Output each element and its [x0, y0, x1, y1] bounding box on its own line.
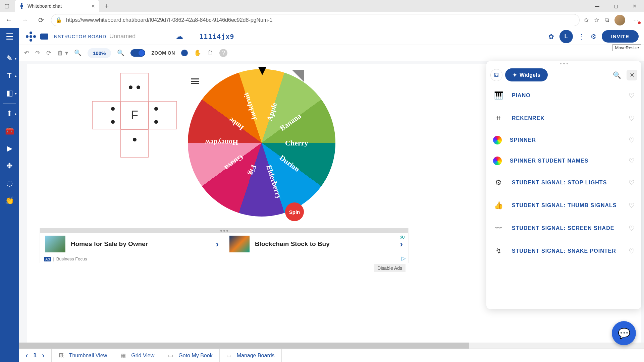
chat-fab-icon[interactable]: 💬 — [612, 321, 636, 345]
board-name[interactable]: Unnamed — [109, 33, 136, 40]
spinner-slice-label: Honeydew — [205, 138, 238, 147]
widget-item[interactable]: ↯STUDENT SIGNAL: SNAKE POINTER♡ — [486, 240, 641, 262]
dice-widget[interactable]: F — [92, 73, 177, 158]
panel-toggle-icon[interactable]: ▢ — [0, 0, 13, 12]
widget-item[interactable]: 👍STUDENT SIGNAL: THUMB SIGNALS♡ — [486, 194, 641, 217]
upload-icon[interactable]: ⬆ — [1, 106, 17, 122]
spinner-wheel[interactable]: AppleBananaCherryDurianElderberryFigGuav… — [188, 69, 335, 217]
browser-tab[interactable]: Whiteboard.chat ✕ — [15, 0, 99, 12]
undo-icon[interactable]: ↶ — [24, 49, 29, 57]
toolbox-icon[interactable]: 🧰 — [1, 123, 17, 139]
favorites-icon[interactable]: ☆ — [594, 16, 599, 24]
url-input[interactable]: 🔒 https://www.whiteboard.chat/board/f042… — [51, 14, 580, 26]
move-resize-button[interactable]: MoveResize — [612, 44, 641, 51]
disable-ads-button[interactable]: Disable Ads — [374, 264, 406, 272]
zoom-toggle[interactable] — [130, 49, 145, 57]
goto-book-button[interactable]: ▭Goto My Book — [161, 349, 219, 362]
prev-page-icon[interactable]: ‹ — [25, 351, 28, 360]
zoom-percent[interactable]: 100% — [88, 48, 111, 58]
trash-icon[interactable]: 🗑 ▾ — [57, 49, 68, 57]
invite-button[interactable]: INVITE — [602, 30, 639, 43]
address-bar: ← → ⟳ 🔒 https://www.whiteboard.chat/boar… — [0, 12, 644, 28]
ad-play-icon[interactable]: ▷ — [401, 255, 406, 261]
spinner-widget[interactable]: AppleBananaCherryDurianElderberryFigGuav… — [188, 69, 335, 217]
reload-button[interactable]: ⟳ — [35, 14, 47, 26]
color-picker-icon[interactable] — [181, 50, 188, 56]
boards-icon: ▭ — [226, 352, 231, 359]
play-icon[interactable]: ▶ — [1, 140, 17, 157]
manage-boards-button[interactable]: ▭Manage Boards — [220, 349, 282, 362]
zoom-out-icon[interactable]: 🔍 — [74, 49, 82, 57]
maximize-icon[interactable]: ▢ — [606, 0, 625, 12]
spinner-slice-label: Guava — [223, 153, 245, 172]
user-avatar[interactable]: L — [559, 30, 573, 43]
refresh-icon[interactable]: ⟳ — [46, 49, 51, 57]
widget-label: STUDENT SIGNAL: SCREEN SHADE — [512, 225, 614, 231]
new-tab-button[interactable]: ＋ — [103, 1, 110, 10]
favorite-icon[interactable]: ♡ — [629, 224, 635, 232]
widget-item[interactable]: SPINNER STUDENT NAMES♡ — [486, 150, 641, 171]
gear-icon[interactable]: ⚙ — [590, 33, 596, 41]
ad-title: Blockchain Stock to Buy — [255, 240, 330, 248]
chevron-right-icon: › — [216, 239, 219, 249]
help-icon[interactable]: ? — [219, 49, 227, 57]
back-button[interactable]: ← — [3, 14, 15, 26]
gadgets-tab-icon[interactable]: ⚃ — [490, 69, 502, 81]
spin-button[interactable]: Spin — [285, 202, 304, 221]
ad-card-1[interactable]: Homes for Sale by Owner › — [40, 233, 224, 255]
main-menu-icon[interactable]: ☰ — [0, 28, 19, 45]
favorite-icon[interactable]: ♡ — [629, 157, 635, 165]
favorite-icon[interactable]: ♡ — [629, 114, 635, 122]
widgets-panel: ⚃ ✦ Widgets 🔍 ✕ 🎹PIANO♡⌗REKENREK♡SPINNER… — [486, 61, 641, 309]
widget-item[interactable]: 🎹PIANO♡ — [486, 84, 641, 107]
minimize-icon[interactable]: — — [588, 0, 606, 12]
close-window-icon[interactable]: ✕ — [625, 0, 644, 12]
favorite-icon[interactable]: ♡ — [629, 179, 635, 187]
browser-menu-icon[interactable]: ⋯ — [631, 15, 641, 25]
redo-icon[interactable]: ↷ — [35, 49, 40, 57]
pen-tool-icon[interactable]: ✎ — [1, 50, 17, 66]
collections-icon[interactable]: ⧉ — [605, 16, 609, 23]
move-icon[interactable]: ✥ — [1, 158, 17, 174]
favorite-icon[interactable]: ♡ — [629, 247, 635, 255]
kebab-menu-icon[interactable]: ⋮ — [578, 33, 585, 41]
horizontal-scrollbar[interactable] — [19, 343, 644, 349]
whiteboard-icon[interactable] — [40, 34, 48, 40]
widget-item[interactable]: 〰STUDENT SIGNAL: SCREEN SHADE♡ — [486, 217, 641, 240]
lasso-icon[interactable]: ◌ — [1, 175, 17, 191]
clap-icon[interactable]: 👏 — [1, 193, 17, 209]
abacus-icon: ⌗ — [493, 113, 504, 124]
bottom-bar: ‹ 1 › 🖼Thumbnail View ▦Grid View ▭Goto M… — [19, 349, 644, 362]
panel-drag-handle-icon[interactable] — [486, 61, 641, 66]
tab-close-icon[interactable]: ✕ — [91, 3, 95, 9]
grid-view-button[interactable]: ▦Grid View — [114, 349, 161, 362]
search-icon[interactable]: 🔍 — [613, 71, 621, 79]
pan-hand-icon[interactable]: ✋ — [194, 49, 201, 57]
timer-icon[interactable]: ⏱ — [207, 50, 213, 57]
profile-avatar[interactable] — [614, 15, 625, 25]
favorite-icon[interactable]: ♡ — [629, 136, 635, 144]
favorite-icon[interactable]: ♡ — [629, 201, 635, 209]
flower-icon[interactable]: ✿ — [548, 33, 554, 41]
widget-item[interactable]: SPINNER♡ — [486, 130, 641, 150]
star-plus-icon[interactable]: ✩ — [584, 16, 589, 24]
drag-handle-icon[interactable] — [40, 228, 408, 233]
widget-label: STUDENT SIGNAL: SNAKE POINTER — [512, 248, 616, 254]
app-logo-icon[interactable] — [24, 30, 38, 43]
cloud-save-icon[interactable]: ☁ — [176, 32, 183, 41]
ad-card-2[interactable]: Blockchain Stock to Buy › — [224, 233, 408, 255]
text-tool-icon[interactable]: T — [1, 68, 17, 84]
next-page-icon[interactable]: › — [42, 351, 44, 360]
widget-label: STUDENT SIGNAL: THUMB SIGNALS — [512, 202, 617, 208]
widget-item[interactable]: ⚙STUDENT SIGNAL: STOP LIGHTS♡ — [486, 171, 641, 194]
widgets-tab[interactable]: ✦ Widgets — [505, 68, 548, 81]
thumbnail-view-button[interactable]: 🖼Thumbnail View — [52, 349, 114, 362]
close-panel-icon[interactable]: ✕ — [627, 70, 637, 80]
widget-label: SPINNER STUDENT NAMES — [510, 158, 588, 164]
favorite-icon[interactable]: ♡ — [629, 92, 635, 100]
resize-handle-icon[interactable] — [292, 70, 304, 82]
spinner-menu-icon[interactable] — [191, 78, 199, 84]
eraser-tool-icon[interactable]: ◧ — [1, 85, 17, 101]
zoom-in-icon[interactable]: 🔍 — [117, 49, 124, 57]
widget-item[interactable]: ⌗REKENREK♡ — [486, 107, 641, 130]
